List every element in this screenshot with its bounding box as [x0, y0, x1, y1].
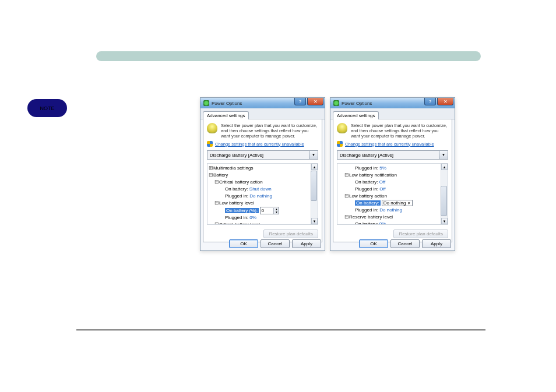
- shield-icon: [207, 141, 213, 147]
- tree-item-critical-action[interactable]: ⊟Critical battery action: [209, 179, 316, 186]
- scroll-thumb[interactable]: [441, 186, 447, 216]
- close-button[interactable]: ✕: [307, 98, 323, 105]
- shield-icon: [337, 141, 343, 147]
- note-badge: NOTE: [27, 99, 67, 117]
- tree-item[interactable]: On battery: Shut down: [209, 186, 316, 193]
- scroll-thumb[interactable]: [311, 171, 317, 201]
- cancel-button[interactable]: Cancel: [390, 239, 420, 248]
- uac-link-text: Change settings that are currently unava…: [345, 142, 434, 147]
- titlebar[interactable]: Power Options ? ✕: [200, 98, 325, 108]
- cancel-button[interactable]: Cancel: [261, 239, 290, 248]
- settings-tree[interactable]: Plugged in: 5% ⊟Low battery notification…: [337, 163, 448, 225]
- tree-scrollbar[interactable]: ▲ ▼: [311, 164, 318, 224]
- power-plan-select[interactable]: Discharge Battery [Active] ▼: [337, 150, 448, 160]
- tree-item-low-notify[interactable]: ⊟Low battery notification: [339, 172, 446, 179]
- page-divider-line: [76, 329, 485, 331]
- tree-item[interactable]: On battery: Off: [339, 179, 446, 186]
- plan-selected-label: Discharge Battery [Active]: [210, 153, 263, 158]
- lightbulb-icon: [207, 123, 217, 133]
- tabstrip: Advanced settings: [330, 108, 455, 119]
- tree-item-multimedia[interactable]: ⊞Multimedia settings: [209, 165, 316, 172]
- window-title: Power Options: [212, 101, 242, 106]
- uac-change-settings-link[interactable]: Change settings that are currently unava…: [337, 141, 448, 147]
- dialog-description: Select the power plan that you want to c…: [221, 123, 318, 139]
- power-options-dialog-left: Power Options ? ✕ Advanced settings Sele…: [200, 97, 325, 251]
- tree-item-low-action[interactable]: ⊟Low battery action: [339, 193, 446, 200]
- plan-selected-label: Discharge Battery [Active]: [340, 153, 393, 158]
- tree-item-battery[interactable]: ⊟Battery: [209, 172, 316, 179]
- chevron-down-icon[interactable]: ▼: [439, 151, 448, 159]
- power-options-dialog-right: Power Options ? ✕ Advanced settings Sele…: [330, 97, 455, 251]
- restore-plan-defaults-button: Restore plan defaults: [393, 229, 448, 238]
- tabstrip: Advanced settings: [200, 108, 325, 119]
- section-divider-bar: [96, 51, 481, 61]
- dialog-footer: OK Cancel Apply: [229, 239, 321, 248]
- tree-item[interactable]: Plugged in: Do nothing: [339, 207, 446, 214]
- low-battery-action-combo[interactable]: Do nothing ▼: [382, 200, 413, 206]
- tab-body: Select the power plan that you want to c…: [203, 119, 322, 242]
- settings-tree[interactable]: ⊞Multimedia settings ⊟Battery ⊟Critical …: [207, 163, 318, 225]
- tree-item-low-level-on-battery[interactable]: On battery (%): ▲▼: [209, 207, 316, 214]
- tab-advanced-settings[interactable]: Advanced settings: [333, 111, 379, 119]
- uac-link-text: Change settings that are currently unava…: [215, 142, 304, 147]
- help-button[interactable]: ?: [424, 98, 436, 105]
- scroll-up-icon[interactable]: ▲: [441, 164, 448, 170]
- tree-item[interactable]: Plugged in: Off: [339, 186, 446, 193]
- tree-scrollbar[interactable]: ▲ ▼: [441, 164, 448, 224]
- tree-item-reserve-level[interactable]: ⊟Reserve battery level: [339, 214, 446, 221]
- scroll-up-icon[interactable]: ▲: [311, 164, 318, 170]
- help-button[interactable]: ?: [294, 98, 306, 105]
- dialog-description: Select the power plan that you want to c…: [351, 123, 448, 139]
- dialog-footer: OK Cancel Apply: [359, 239, 451, 248]
- apply-button[interactable]: Apply: [292, 239, 321, 248]
- scroll-down-icon[interactable]: ▼: [441, 218, 448, 224]
- tree-item-low-level[interactable]: ⊟Low battery level: [209, 200, 316, 207]
- ok-button[interactable]: OK: [229, 239, 258, 248]
- low-battery-level-spinner[interactable]: ▲▼: [260, 207, 279, 214]
- tab-advanced-settings[interactable]: Advanced settings: [203, 111, 249, 119]
- scroll-down-icon[interactable]: ▼: [311, 218, 318, 224]
- tree-item[interactable]: Plugged in: Do nothing: [209, 193, 316, 200]
- ok-button[interactable]: OK: [359, 239, 388, 248]
- tree-item[interactable]: On battery: 0%: [339, 221, 446, 225]
- tree-item-critical-level[interactable]: ⊟Critical battery level: [209, 221, 316, 225]
- titlebar[interactable]: Power Options ? ✕: [330, 98, 455, 108]
- power-options-icon: [203, 100, 209, 106]
- tab-body: Select the power plan that you want to c…: [333, 119, 452, 242]
- tree-item-low-action-on-battery[interactable]: On battery: Do nothing ▼: [339, 200, 446, 207]
- apply-button[interactable]: Apply: [422, 239, 451, 248]
- lightbulb-icon: [337, 123, 347, 133]
- close-button[interactable]: ✕: [437, 98, 453, 105]
- power-plan-select[interactable]: Discharge Battery [Active] ▼: [207, 150, 318, 160]
- low-battery-level-input[interactable]: [261, 208, 273, 213]
- chevron-down-icon[interactable]: ▼: [309, 151, 318, 159]
- uac-change-settings-link[interactable]: Change settings that are currently unava…: [207, 141, 318, 147]
- tree-item[interactable]: Plugged in: 5%: [339, 165, 446, 172]
- spin-down-icon[interactable]: ▼: [273, 211, 279, 214]
- restore-plan-defaults-button: Restore plan defaults: [263, 229, 318, 238]
- window-title: Power Options: [342, 101, 372, 106]
- power-options-icon: [333, 100, 339, 106]
- tree-item[interactable]: Plugged in: 0%: [209, 214, 316, 221]
- chevron-down-icon[interactable]: ▼: [407, 202, 411, 205]
